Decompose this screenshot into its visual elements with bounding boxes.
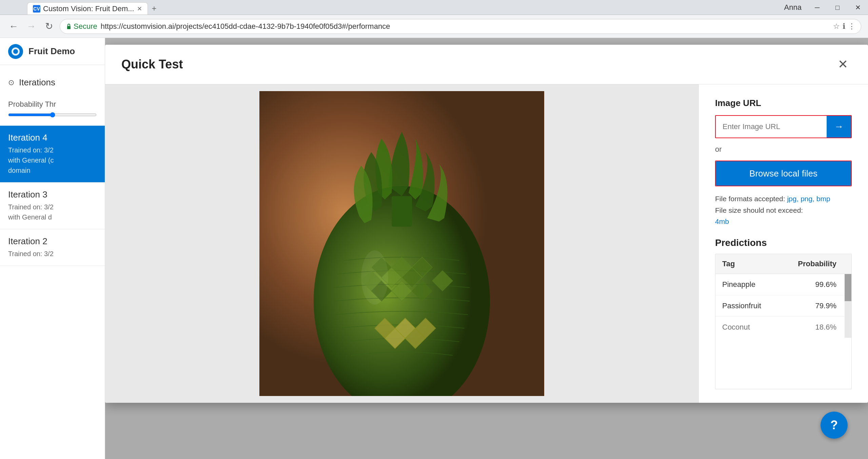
quick-test-modal: Quick Test ✕ bbox=[105, 45, 868, 403]
prob-threshold-slider[interactable] bbox=[8, 112, 97, 118]
modal-title: Quick Test bbox=[121, 57, 834, 71]
file-formats-text: File formats accepted: bbox=[715, 195, 785, 203]
url-input[interactable] bbox=[716, 116, 827, 138]
tag-pineapple: Pineapple bbox=[722, 280, 796, 289]
iterations-label: Iterations bbox=[19, 77, 55, 88]
predictions-title: Predictions bbox=[715, 237, 852, 248]
app-title: Fruit Demo bbox=[28, 46, 75, 57]
pineapple-image bbox=[259, 91, 544, 396]
iterations-icon: ⊙ bbox=[8, 78, 14, 87]
user-name: Anna bbox=[784, 3, 802, 12]
iteration-3-item[interactable]: Iteration 3 Trained on: 3/2with General … bbox=[0, 183, 105, 229]
file-size-link[interactable]: 4mb bbox=[715, 217, 729, 225]
tag-passionfruit: Passionfruit bbox=[722, 301, 796, 310]
svg-rect-6 bbox=[392, 196, 412, 227]
predictions-section: Predictions Tag Probability bbox=[715, 237, 852, 389]
sidebar: Fruit Demo ⊙ Iterations Probability Thr … bbox=[0, 38, 105, 459]
table-row: Pineapple 99.6% bbox=[715, 274, 851, 295]
modal-close-button[interactable]: ✕ bbox=[834, 56, 852, 73]
new-tab-button[interactable]: + bbox=[149, 2, 159, 15]
table-row: Passionfruit 79.9% bbox=[715, 295, 851, 317]
svg-point-7 bbox=[361, 250, 388, 305]
iteration-2-title: Iteration 2 bbox=[8, 236, 97, 247]
predictions-header: Tag Probability bbox=[715, 254, 851, 274]
prob-coconut: 18.6% bbox=[796, 323, 836, 332]
url-submit-button[interactable]: → bbox=[827, 116, 851, 138]
address-url[interactable]: https://customvision.ai/projects/ec4105d… bbox=[101, 22, 830, 31]
maximize-button[interactable]: □ bbox=[827, 0, 848, 15]
right-panel: Image URL → or Browse local files bbox=[698, 84, 868, 403]
predictions-table: Tag Probability bbox=[715, 254, 852, 389]
iteration-2-desc: Trained on: 3/2 bbox=[8, 249, 97, 259]
arrow-right-icon: → bbox=[834, 121, 844, 132]
iteration-4-desc: Trained on: 3/2with General (cdomain bbox=[8, 145, 97, 175]
prob-pineapple: 99.6% bbox=[796, 280, 836, 289]
svg-rect-0 bbox=[67, 26, 71, 29]
image-url-section: Image URL bbox=[715, 98, 852, 108]
more-icon[interactable]: ⋮ bbox=[848, 22, 855, 31]
svg-point-2 bbox=[13, 49, 18, 54]
browse-local-files-button[interactable]: Browse local files bbox=[716, 161, 851, 186]
tab-favicon: CV bbox=[33, 5, 40, 13]
tab-close-icon[interactable]: ✕ bbox=[137, 5, 142, 13]
modal-overlay: Quick Test ✕ bbox=[105, 38, 868, 459]
tag-coconut: Coconut bbox=[722, 323, 796, 332]
probability-column-header: Probability bbox=[796, 259, 836, 268]
main-content: ⚙ ? Quick Test ✕ bbox=[105, 38, 868, 459]
sidebar-item-iterations[interactable]: ⊙ Iterations bbox=[0, 72, 105, 93]
iteration-3-desc: Trained on: 3/2with General d bbox=[8, 202, 97, 222]
tag-column-header: Tag bbox=[722, 259, 796, 268]
info-icon[interactable]: ℹ bbox=[843, 22, 845, 31]
iteration-2-item[interactable]: Iteration 2 Trained on: 3/2 bbox=[0, 229, 105, 266]
back-button[interactable]: ← bbox=[7, 20, 20, 33]
iteration-3-title: Iteration 3 bbox=[8, 189, 97, 200]
file-info: File formats accepted: jpg, png, bmp Fil… bbox=[715, 193, 852, 227]
file-formats-links: jpg, png, bmp bbox=[787, 195, 830, 203]
forward-button[interactable]: → bbox=[24, 20, 38, 33]
close-button[interactable]: ✕ bbox=[848, 0, 868, 15]
minimize-button[interactable]: ─ bbox=[807, 0, 827, 15]
iteration-4-item[interactable]: Iteration 4 Trained on: 3/2with General … bbox=[0, 126, 105, 183]
prob-passionfruit: 79.9% bbox=[796, 301, 836, 310]
app-logo bbox=[8, 44, 23, 59]
url-input-wrapper: → bbox=[715, 115, 852, 138]
browse-btn-wrapper: Browse local files bbox=[715, 161, 852, 186]
iteration-4-title: Iteration 4 bbox=[8, 132, 97, 143]
file-size-text: File size should not exceed: bbox=[715, 206, 803, 214]
secure-badge: Secure bbox=[65, 22, 97, 31]
image-url-label: Image URL bbox=[715, 98, 852, 108]
help-button[interactable]: ? bbox=[821, 412, 848, 439]
prob-threshold-label: Probability Thr bbox=[8, 100, 97, 109]
table-row: Coconut 18.6% bbox=[715, 317, 851, 338]
close-icon: ✕ bbox=[838, 57, 848, 71]
help-question-icon: ? bbox=[830, 418, 838, 432]
browser-tab[interactable]: CV Custom Vision: Fruit Dem... ✕ bbox=[27, 2, 148, 15]
image-preview-area bbox=[105, 84, 698, 403]
or-label: or bbox=[715, 145, 852, 154]
tab-title: Custom Vision: Fruit Dem... bbox=[43, 4, 134, 13]
refresh-button[interactable]: ↻ bbox=[42, 20, 56, 33]
bookmark-icon[interactable]: ☆ bbox=[833, 22, 840, 31]
